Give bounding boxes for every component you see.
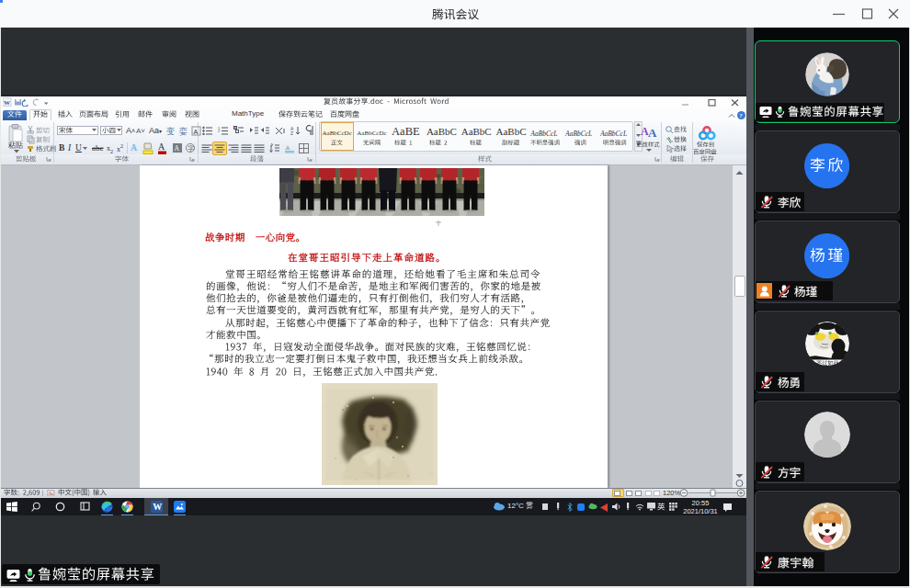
svg-text:?: ?	[739, 112, 743, 119]
svg-text:2: 2	[218, 129, 221, 133]
svg-text:变: 变	[166, 127, 175, 136]
svg-text:A: A	[175, 144, 180, 153]
svg-text:W: W	[4, 99, 10, 107]
svg-text:A: A	[648, 126, 657, 138]
svg-text:娈: 娈	[179, 127, 188, 136]
svg-text:A: A	[158, 141, 165, 152]
svg-text:字: 字	[188, 145, 194, 153]
svg-text:W: W	[153, 502, 162, 512]
svg-text:Z: Z	[290, 130, 293, 136]
svg-text:A: A	[194, 129, 199, 135]
